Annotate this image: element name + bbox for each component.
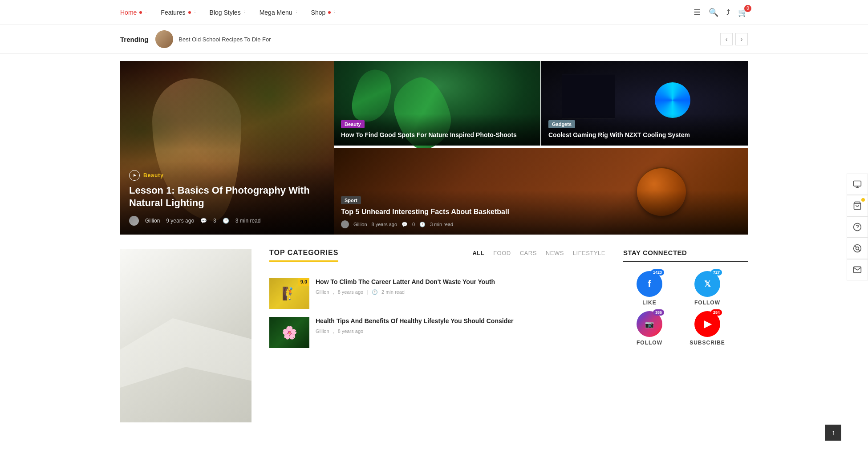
- article-2-figure-icon: 🌸: [282, 325, 297, 340]
- nav-features-chevron: ⋮: [193, 10, 197, 15]
- article-meta-2: Gillion , 8 years ago: [316, 328, 605, 334]
- hero-card-sport[interactable]: Sport Top 5 Unheard Interesting Facts Ab…: [334, 148, 748, 235]
- hero-meta: Gillion 9 years ago 💬 3 🕐 3 min read: [129, 216, 325, 226]
- card-gadgets-category: Gadgets: [548, 120, 575, 128]
- article-title-2[interactable]: Health Tips And Benefits Of Healthy Life…: [316, 317, 605, 326]
- hero-card-nature-image: Beauty How To Find Good Spots For Nature…: [334, 61, 540, 146]
- filter-cars[interactable]: CARS: [520, 250, 537, 256]
- sidebar-mail-button[interactable]: [847, 259, 868, 280]
- hero-read-time: 3 min read: [235, 218, 261, 224]
- article-thumb-2[interactable]: 🌸: [269, 317, 309, 348]
- card-nature-title: How To Find Good Spots For Nature Inspir…: [341, 131, 533, 139]
- categories-section: TOP CATEGORIES ALL FOOD CARS NEWS LIFEST…: [0, 235, 868, 422]
- instagram-count: 386: [653, 309, 664, 316]
- hero-card-gadgets-overlay: Gadgets Coolest Gaming Rig With NZXT Coo…: [541, 114, 748, 146]
- hero-card-gadgets-image: Gadgets Coolest Gaming Rig With NZXT Coo…: [541, 61, 748, 146]
- hero-main-overlay: Beauty Lesson 1: Basics Of Photography W…: [120, 161, 334, 235]
- nav-home-label: Home: [120, 9, 137, 16]
- cart-badge: 0: [744, 5, 751, 12]
- filter-all[interactable]: ALL: [472, 250, 484, 256]
- nav-links: Home ⋮ Features ⋮ Blog Styles ⋮ Mega Men…: [120, 9, 694, 16]
- article-clock-1: 🕐: [372, 289, 378, 295]
- facebook-button[interactable]: f 1423 LIKE: [623, 271, 676, 306]
- article-title-1[interactable]: How To Climb The Career Latter And Don't…: [316, 278, 605, 287]
- nav-shop-label: Shop: [311, 9, 326, 16]
- nav-item-blog-styles[interactable]: Blog Styles ⋮: [210, 9, 247, 16]
- facebook-action: LIKE: [642, 300, 656, 306]
- trending-navigation: ‹ ›: [720, 33, 748, 45]
- sport-comments: 0: [412, 222, 415, 227]
- youtube-circle: ▶ 284: [694, 311, 720, 337]
- nav-features-label: Features: [161, 9, 185, 16]
- sport-author: Gillion: [353, 222, 367, 227]
- twitter-button[interactable]: 𝕏 727 FOLLOW: [681, 271, 734, 306]
- youtube-icon: ▶: [704, 318, 711, 330]
- nav-item-mega-menu[interactable]: Mega Menu ⋮: [260, 9, 299, 16]
- article-divider-1: |: [367, 289, 368, 295]
- nav-blog-label: Blog Styles: [210, 9, 241, 16]
- card-sport-meta: Gillion 8 years ago 💬 0 🕐 3 min read: [341, 220, 741, 228]
- article-thumb-1[interactable]: 🧗 9.0: [269, 278, 309, 309]
- article-author-2: Gillion: [316, 328, 329, 334]
- filter-lifestyle[interactable]: LIFESTYLE: [573, 250, 605, 256]
- sidebar-monitor-button[interactable]: [847, 174, 868, 195]
- instagram-circle: 📷 386: [637, 311, 662, 337]
- nav-shop-dot: [328, 11, 331, 14]
- menu-icon[interactable]: ☰: [694, 8, 701, 17]
- facebook-icon: f: [648, 278, 651, 290]
- youtube-button[interactable]: ▶ 284 SUBSCRIBE: [681, 311, 734, 346]
- trending-prev-button[interactable]: ‹: [720, 33, 733, 45]
- trending-label: Trending: [120, 36, 148, 43]
- mail-icon: [853, 265, 862, 274]
- instagram-icon: 📷: [645, 320, 654, 328]
- article-item-1: 🧗 9.0 How To Climb The Career Latter And…: [269, 278, 605, 309]
- card-beauty-category: Beauty: [341, 120, 365, 128]
- right-sidebar: [847, 174, 868, 280]
- article-author-1: Gillion: [316, 289, 329, 295]
- hero-clock-icon: 🕐: [223, 218, 229, 224]
- nav-home-dot: [139, 11, 142, 14]
- article-info-2: Health Tips And Benefits Of Healthy Life…: [316, 317, 605, 334]
- hero-card-gadgets[interactable]: Gadgets Coolest Gaming Rig With NZXT Coo…: [541, 61, 748, 148]
- article-meta-1: Gillion , 8 years ago | 🕐 2 min read: [316, 289, 605, 295]
- share-icon[interactable]: ⤴: [726, 8, 730, 16]
- hero-card-nature-overlay: Beauty How To Find Good Spots For Nature…: [334, 114, 540, 146]
- sport-author-avatar: [341, 220, 349, 228]
- youtube-count: 284: [711, 309, 722, 316]
- article-time-2: 8 years ago: [338, 328, 363, 334]
- hero-card-nature[interactable]: Beauty How To Find Good Spots For Nature…: [334, 61, 541, 148]
- svg-line-8: [855, 246, 856, 247]
- card-gadgets-title: Coolest Gaming Rig With NZXT Cooling Sys…: [548, 131, 741, 139]
- nav-item-features[interactable]: Features ⋮: [161, 9, 197, 16]
- cart-icon[interactable]: 🛒 0: [738, 8, 748, 17]
- nav-features-dot: [188, 11, 191, 14]
- filter-food[interactable]: FOOD: [493, 250, 511, 256]
- stair-lines: [120, 249, 251, 422]
- categories-filter: ALL FOOD CARS NEWS LIFESTYLE: [472, 250, 605, 256]
- article-1-figure-icon: 🧗: [282, 286, 297, 301]
- search-icon[interactable]: 🔍: [709, 8, 718, 17]
- large-feature-card[interactable]: [120, 249, 251, 422]
- filter-news[interactable]: NEWS: [546, 250, 564, 256]
- sport-comment-icon: 💬: [402, 222, 408, 227]
- stay-connected-title: STAY CONNECTED: [623, 249, 748, 262]
- sidebar-help-button[interactable]: [847, 216, 868, 238]
- nav-item-shop[interactable]: Shop ⋮: [311, 9, 337, 16]
- hero-main-card[interactable]: Beauty Lesson 1: Basics Of Photography W…: [120, 61, 334, 235]
- nav-shop-chevron: ⋮: [333, 10, 337, 15]
- youtube-action: SUBSCRIBE: [690, 340, 725, 346]
- support-icon: [853, 244, 862, 253]
- instagram-button[interactable]: 📷 386 FOLLOW: [623, 311, 676, 346]
- trending-next-button[interactable]: ›: [735, 33, 748, 45]
- article-readtime-1: 2 min read: [381, 289, 405, 295]
- stay-connected-section: STAY CONNECTED f 1423 LIKE 𝕏 727 FOLLOW: [623, 249, 748, 422]
- article-time-1: 8 years ago: [338, 289, 363, 295]
- shop-notification-badge: [861, 198, 865, 202]
- sidebar-support-button[interactable]: [847, 238, 868, 259]
- hero-play-button[interactable]: [129, 170, 140, 181]
- nav-item-home[interactable]: Home ⋮: [120, 9, 148, 16]
- hero-section: Beauty Lesson 1: Basics Of Photography W…: [0, 61, 868, 235]
- sidebar-shop-button[interactable]: [847, 195, 868, 216]
- sport-time: 8 years ago: [372, 222, 397, 227]
- svg-point-7: [856, 247, 859, 250]
